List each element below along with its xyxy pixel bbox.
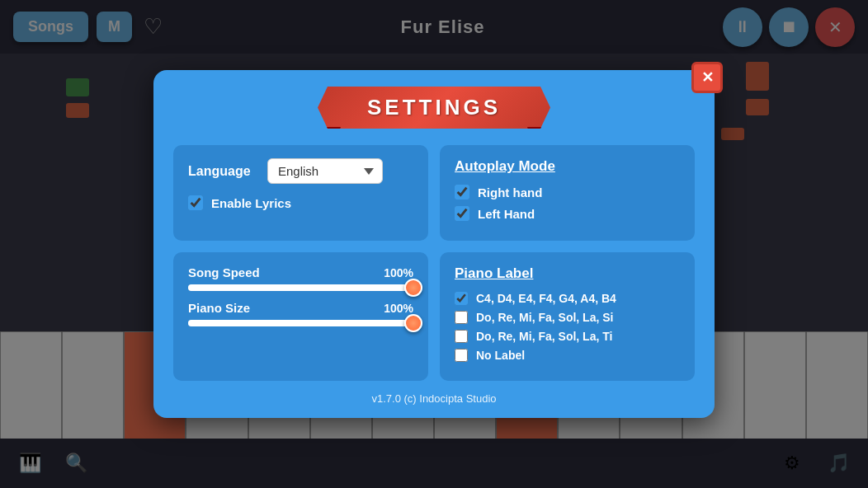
enable-lyrics-checkbox[interactable] [188,195,203,210]
piano-size-section: Piano Size 100% [188,301,413,326]
left-hand-checkbox[interactable] [455,206,469,221]
piano-label-title: Piano Label [455,265,680,282]
left-hand-label: Left Hand [478,207,535,221]
piano-label-option-0: C4, D4, E4, F4, G4, A4, B4 [455,292,680,305]
song-speed-section: Song Speed 100% [188,265,413,291]
piano-size-label-row: Piano Size 100% [188,301,413,315]
settings-title: SETTINGS [318,87,550,129]
song-speed-value: 100% [384,266,413,279]
enable-lyrics-label: Enable Lyrics [211,196,291,210]
piano-size-label: Piano Size [188,301,250,315]
song-speed-track [188,284,413,291]
song-speed-thumb[interactable] [404,279,422,297]
close-icon: ✕ [701,68,714,87]
settings-footer: v1.7.0 (c) Indocipta Studio [173,392,695,405]
piano-label-option-2: Do, Re, Mi, Fa, Sol, La, Ti [455,330,680,343]
song-speed-label: Song Speed [188,265,260,279]
settings-banner: SETTINGS [173,87,695,129]
enable-lyrics-row: Enable Lyrics [188,195,413,210]
piano-label-text-1: Do, Re, Mi, Fa, Sol, La, Si [476,311,613,324]
piano-size-fill [188,320,413,326]
piano-label-text-0: C4, D4, E4, F4, G4, A4, B4 [476,292,616,305]
piano-label-checkbox-2[interactable] [455,330,468,343]
autoplay-panel: Autoplay Mode Right hand Left Hand [440,145,695,241]
piano-label-panel: Piano Label C4, D4, E4, F4, G4, A4, B4 D… [440,252,695,381]
language-select[interactable]: English Spanish French German [267,158,383,184]
settings-grid: Language English Spanish French German E… [173,145,695,381]
piano-label-checkbox-3[interactable] [455,349,468,362]
settings-modal: ✕ SETTINGS Language English Spanish Fren… [153,70,715,418]
piano-label-text-3: No Label [476,349,525,362]
right-hand-row: Right hand [455,185,680,199]
piano-label-text-2: Do, Re, Mi, Fa, Sol, La, Ti [476,330,612,343]
autoplay-title: Autoplay Mode [455,158,680,175]
right-hand-checkbox[interactable] [455,185,469,199]
piano-size-thumb[interactable] [404,314,422,332]
settings-close-button[interactable]: ✕ [691,62,723,93]
language-row: Language English Spanish French German [188,158,413,184]
language-panel: Language English Spanish French German E… [173,145,428,241]
piano-label-checkbox-1[interactable] [455,311,468,324]
right-hand-label: Right hand [478,185,542,199]
song-speed-fill [188,284,413,291]
piano-size-value: 100% [384,302,413,315]
language-label: Language [188,164,254,179]
left-hand-row: Left Hand [455,206,680,221]
piano-label-option-3: No Label [455,349,680,362]
speed-size-panel: Song Speed 100% Piano Size 100% [173,252,428,381]
piano-label-checkbox-0[interactable] [455,292,468,305]
song-speed-label-row: Song Speed 100% [188,265,413,279]
piano-label-option-1: Do, Re, Mi, Fa, Sol, La, Si [455,311,680,324]
piano-size-track [188,320,413,326]
